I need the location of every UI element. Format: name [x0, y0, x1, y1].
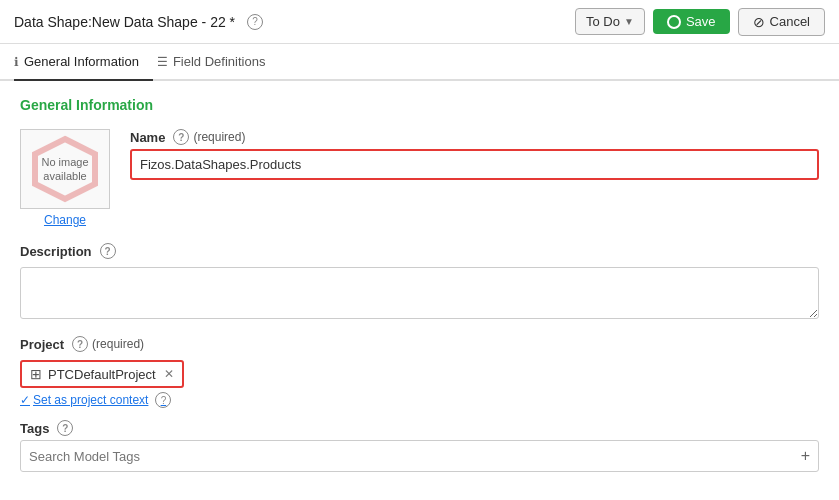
project-help-icon[interactable]: ? — [72, 336, 88, 352]
list-icon: ☰ — [157, 55, 168, 69]
name-label: Name ? (required) — [130, 129, 819, 145]
section-title: General Information — [20, 97, 819, 113]
project-box: ⊞ PTCDefaultProject ✕ — [20, 360, 184, 388]
info-icon: ℹ — [14, 55, 19, 69]
save-button[interactable]: Save — [653, 9, 730, 34]
cancel-button[interactable]: ⊘ Cancel — [738, 8, 825, 36]
search-tags-input[interactable] — [29, 449, 801, 464]
svg-marker-0 — [35, 139, 95, 199]
project-label: Project ? (required) — [20, 336, 819, 352]
project-section: Project ? (required) ⊞ PTCDefaultProject… — [20, 336, 819, 408]
help-icon[interactable]: ? — [247, 14, 263, 30]
add-tag-icon[interactable]: + — [801, 447, 810, 465]
description-label: Description ? — [20, 243, 819, 259]
data-shape-name: New Data Shape - 22 — [92, 14, 226, 30]
name-help-icon[interactable]: ? — [173, 129, 189, 145]
page-header: Data Shape:New Data Shape - 22 * ? To Do… — [0, 0, 839, 44]
status-label: To Do — [586, 14, 620, 29]
change-image-link[interactable]: Change — [44, 213, 86, 227]
image-section: No image available Change — [20, 129, 110, 227]
tags-section: Tags ? + — [20, 420, 819, 472]
image-box: No image available — [20, 129, 110, 209]
project-icon: ⊞ — [30, 366, 42, 382]
page-title: Data Shape:New Data Shape - 22 * — [14, 14, 235, 30]
check-icon: ✓ — [20, 393, 30, 407]
tab-general-information[interactable]: ℹ General Information — [14, 44, 153, 81]
search-tags-box: + — [20, 440, 819, 472]
name-image-row: No image available Change Name ? (requir… — [20, 129, 819, 227]
name-field-section: Name ? (required) — [130, 129, 819, 180]
description-help-icon[interactable]: ? — [100, 243, 116, 259]
status-dropdown-button[interactable]: To Do ▼ — [575, 8, 645, 35]
save-icon — [667, 15, 681, 29]
content-area: General Information No image available C… — [0, 81, 839, 493]
tags-help-icon[interactable]: ? — [57, 420, 73, 436]
name-input[interactable] — [130, 149, 819, 180]
project-name: PTCDefaultProject — [48, 367, 156, 382]
set-context-help-icon[interactable]: ? — [155, 392, 171, 408]
project-remove-button[interactable]: ✕ — [164, 367, 174, 381]
tab-field-definitions[interactable]: ☰ Field Definitions — [157, 44, 280, 81]
shield-decoration — [30, 134, 100, 204]
cancel-icon: ⊘ — [753, 14, 765, 30]
chevron-down-icon: ▼ — [624, 16, 634, 27]
tags-label: Tags ? — [20, 420, 819, 436]
tab-bar: ℹ General Information ☰ Field Definition… — [0, 44, 839, 81]
description-input[interactable] — [20, 267, 819, 319]
description-section: Description ? — [20, 243, 819, 322]
set-as-project-context-link[interactable]: ✓ Set as project context ? — [20, 392, 819, 408]
